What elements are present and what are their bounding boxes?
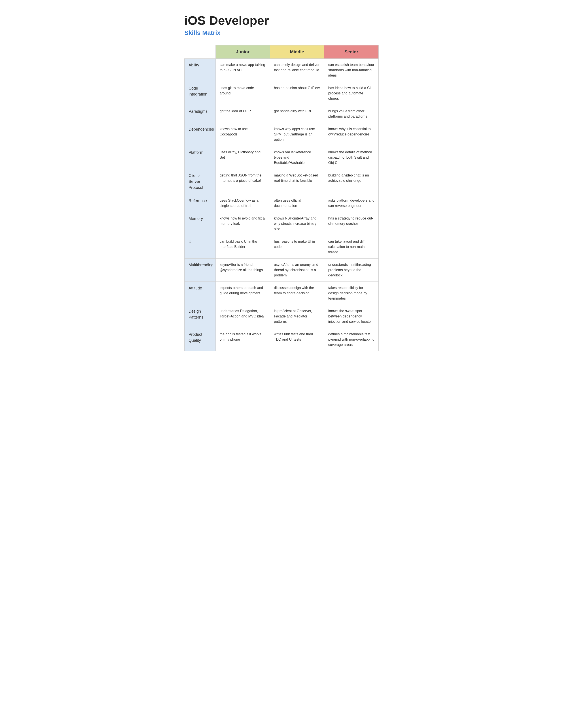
senior-cell: defines a maintainable test pyramid with… xyxy=(324,328,379,351)
senior-cell: brings value from other platforms and pa… xyxy=(324,105,379,123)
skill-name-cell: Client-Server Protocol xyxy=(184,169,216,194)
senior-cell: knows why it is essential to own/reduce … xyxy=(324,123,379,146)
middle-cell: is proficient at Observer, Facade and Me… xyxy=(270,305,324,328)
table-row: MultithreadingasyncAfter is a friend, @s… xyxy=(184,259,379,282)
middle-cell: asyncAfter is an enemy, and thread synch… xyxy=(270,259,324,282)
senior-cell: asks platform developers and can reverse… xyxy=(324,194,379,212)
skill-name-cell: Design Patterns xyxy=(184,305,216,328)
senior-cell: can take layout and diff calculation to … xyxy=(324,235,379,259)
table-row: Code Integrationuses git to move code ar… xyxy=(184,82,379,105)
skill-name-cell: Multithreading xyxy=(184,259,216,282)
middle-cell: knows why apps can't use SPM, but Cartha… xyxy=(270,123,324,146)
middle-cell: knows Value/Reference types and Equitabl… xyxy=(270,146,324,169)
junior-cell: getting that JSON from the Internet is a… xyxy=(215,169,270,194)
skill-name-cell: UI xyxy=(184,235,216,259)
junior-cell: knows how to use Cocoapods xyxy=(215,123,270,146)
senior-cell: can establish team behaviour standards w… xyxy=(324,59,379,82)
senior-cell: knows the sweet spot between dependency … xyxy=(324,305,379,328)
middle-cell: knows NSPointerArray and why structs inc… xyxy=(270,212,324,235)
table-row: UIcan build basic UI in the Interface Bu… xyxy=(184,235,379,259)
junior-cell: understands Delegation, Target-Action an… xyxy=(215,305,270,328)
middle-cell: often uses official documentation xyxy=(270,194,324,212)
table-row: Product Qualitythe app is tested if it w… xyxy=(184,328,379,351)
senior-cell: has a strategy to reduce out-of-memory c… xyxy=(324,212,379,235)
table-row: Design Patternsunderstands Delegation, T… xyxy=(184,305,379,328)
middle-cell: writes unit tests and tried TDD and UI t… xyxy=(270,328,324,351)
header-middle: Middle xyxy=(270,45,324,59)
page-subtitle: Skills Matrix xyxy=(184,29,379,36)
senior-cell: takes responsibility for design decision… xyxy=(324,282,379,305)
middle-cell: has an opinion about GitFlow xyxy=(270,82,324,105)
skill-name-cell: Memory xyxy=(184,212,216,235)
junior-cell: can build basic UI in the Interface Buil… xyxy=(215,235,270,259)
header-empty xyxy=(184,45,216,59)
table-row: Abilitycan make a news app talking to a … xyxy=(184,59,379,82)
header-junior: Junior xyxy=(215,45,270,59)
page-title: iOS Developer xyxy=(184,13,379,28)
junior-cell: uses Array, Dictionary and Set xyxy=(215,146,270,169)
table-row: Client-Server Protocolgetting that JSON … xyxy=(184,169,379,194)
junior-cell: expects others to teach and guide during… xyxy=(215,282,270,305)
senior-cell: building a video chat is an achievable c… xyxy=(324,169,379,194)
junior-cell: knows how to avoid and fix a memory leak xyxy=(215,212,270,235)
skill-name-cell: Ability xyxy=(184,59,216,82)
middle-cell: has reasons to make UI in code xyxy=(270,235,324,259)
skills-matrix-table: Junior Middle Senior Abilitycan make a n… xyxy=(184,45,379,351)
table-row: Paradigmsgot the idea of OOPgot hands di… xyxy=(184,105,379,123)
junior-cell: uses git to move code around xyxy=(215,82,270,105)
table-row: Platformuses Array, Dictionary and Setkn… xyxy=(184,146,379,169)
table-row: Memoryknows how to avoid and fix a memor… xyxy=(184,212,379,235)
skill-name-cell: Code Integration xyxy=(184,82,216,105)
table-row: Dependenciesknows how to use Cocoapodskn… xyxy=(184,123,379,146)
middle-cell: got hands dirty with FRP xyxy=(270,105,324,123)
senior-cell: has ideas how to build a CI process and … xyxy=(324,82,379,105)
header-senior: Senior xyxy=(324,45,379,59)
senior-cell: understands multithreading problems beyo… xyxy=(324,259,379,282)
skill-name-cell: Attitude xyxy=(184,282,216,305)
middle-cell: making a WebSocket-based real-time chat … xyxy=(270,169,324,194)
middle-cell: can timely design and deliver fast and r… xyxy=(270,59,324,82)
table-row: Referenceuses StackOverflow as a single … xyxy=(184,194,379,212)
skill-name-cell: Platform xyxy=(184,146,216,169)
skill-name-cell: Reference xyxy=(184,194,216,212)
senior-cell: knows the details of method dispatch of … xyxy=(324,146,379,169)
junior-cell: asyncAfter is a friend, @synchronize all… xyxy=(215,259,270,282)
junior-cell: can make a news app talking to a JSON AP… xyxy=(215,59,270,82)
junior-cell: uses StackOverflow as a single source of… xyxy=(215,194,270,212)
skill-name-cell: Dependencies xyxy=(184,123,216,146)
table-row: Attitudeexpects others to teach and guid… xyxy=(184,282,379,305)
skill-name-cell: Product Quality xyxy=(184,328,216,351)
middle-cell: discusses design with the team to share … xyxy=(270,282,324,305)
junior-cell: the app is tested if it works on my phon… xyxy=(215,328,270,351)
junior-cell: got the idea of OOP xyxy=(215,105,270,123)
skill-name-cell: Paradigms xyxy=(184,105,216,123)
